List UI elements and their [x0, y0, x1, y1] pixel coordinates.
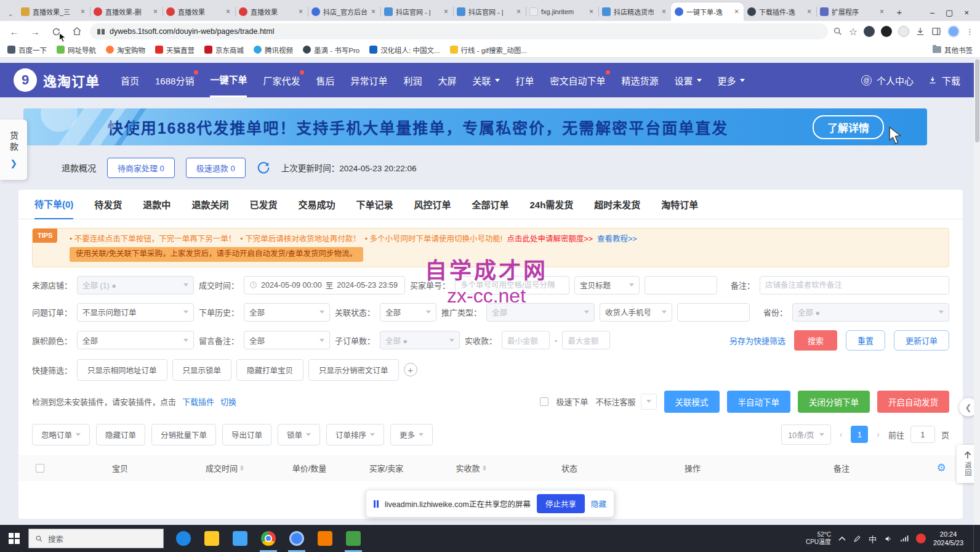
bookmark-item[interactable]: 天猫直营: [155, 45, 195, 55]
browser-tab[interactable]: 抖店_官方后台×: [308, 2, 380, 21]
tab-pending-order[interactable]: 待下单(0): [34, 190, 73, 219]
tab-order-history[interactable]: 下单记录: [356, 190, 393, 219]
message-remark-select[interactable]: 全部: [244, 331, 330, 349]
new-tab-button[interactable]: +: [891, 4, 907, 20]
quick-filter-hide-printed[interactable]: 隐藏打单宝贝: [236, 359, 303, 381]
order-sort-button[interactable]: 订单排序: [326, 424, 384, 445]
flag-color-select[interactable]: 全部: [77, 331, 194, 349]
tab-close-icon[interactable]: ×: [588, 7, 595, 16]
nav-item-onekey-order[interactable]: 一键下单: [210, 63, 247, 97]
bookmark-item[interactable]: 百度一下: [7, 45, 47, 55]
title-input[interactable]: [650, 281, 712, 290]
export-orders-button[interactable]: 导出订单: [222, 424, 271, 445]
bookmark-star-icon[interactable]: ☆: [849, 26, 857, 38]
browser-tab[interactable]: 下载插件-逸×: [744, 2, 816, 21]
tampermonkey-extension-icon[interactable]: [864, 26, 875, 37]
download-icon[interactable]: [915, 26, 925, 36]
tab-overdue-unshipped[interactable]: 超时未发货: [594, 190, 640, 219]
tab-shipped[interactable]: 已发货: [249, 190, 277, 219]
side-panel-icon[interactable]: [931, 26, 941, 36]
browser-tab[interactable]: 抖店官网 - |×: [380, 2, 453, 21]
remark-input[interactable]: [765, 281, 944, 290]
nav-item-settings[interactable]: 设置: [675, 64, 702, 97]
lock-order-button[interactable]: 锁单: [278, 424, 320, 445]
tab-24h-ship[interactable]: 24h需发货: [529, 190, 573, 219]
browser-tab[interactable]: 直播效果×: [163, 2, 235, 21]
brand[interactable]: 9 逸淘订单: [14, 68, 100, 92]
current-page[interactable]: 1: [851, 426, 868, 443]
buyer-order-input[interactable]: [460, 281, 564, 290]
ignore-order-button[interactable]: 忽略订单: [32, 424, 90, 445]
quick-filter-cipher-only[interactable]: 只显示分销密文订单: [308, 359, 399, 381]
taskbar-app-chrome[interactable]: [256, 525, 281, 552]
bookmark-item[interactable]: 淘宝购物: [106, 45, 145, 55]
notification-badge-icon[interactable]: [916, 534, 926, 543]
banner-cta-button[interactable]: 了解详情: [813, 115, 884, 139]
volume-icon[interactable]: [884, 535, 893, 543]
tab-close-icon[interactable]: ×: [370, 7, 377, 16]
extensions-puzzle-icon[interactable]: [898, 26, 909, 37]
receiver-phone-select[interactable]: 收货人手机号: [600, 303, 672, 322]
tab-close-icon[interactable]: ×: [878, 7, 885, 16]
goto-page-input[interactable]: 1: [910, 426, 935, 443]
home-icon[interactable]: [69, 23, 85, 39]
forward-icon[interactable]: →: [27, 23, 43, 39]
site-info-icon[interactable]: [97, 29, 105, 34]
nav-item-profit[interactable]: 利润: [403, 64, 422, 97]
hide-order-button[interactable]: 隐藏订单: [96, 424, 145, 445]
select-all-checkbox[interactable]: [36, 464, 44, 473]
auto-ship-button[interactable]: 开启自动发货: [877, 391, 949, 413]
taskbar-search[interactable]: 搜索: [28, 529, 164, 548]
taskbar-app-tim[interactable]: [171, 525, 196, 552]
back-icon[interactable]: ←: [6, 23, 22, 39]
stop-sharing-button[interactable]: 停止共享: [537, 494, 585, 513]
tab-close-icon[interactable]: ×: [297, 7, 304, 16]
browser-tab[interactable]: 抖店精选货市×: [598, 2, 671, 21]
bookmark-item[interactable]: 汉化组人: 中国文...: [369, 45, 440, 55]
service-mark-select[interactable]: 不标注客服: [595, 394, 656, 410]
bookmark-item[interactable]: 墨滴 - 书写Pro: [303, 45, 359, 55]
max-amount-input[interactable]: 最大金额: [562, 331, 610, 349]
tab-trade-success[interactable]: 交易成功: [298, 190, 335, 219]
tab-close-icon[interactable]: ×: [225, 7, 231, 16]
other-bookmarks[interactable]: 其他书签: [933, 45, 973, 55]
source-shop-select[interactable]: 全部 (1) ●: [77, 276, 194, 294]
close-icon[interactable]: ×: [964, 8, 969, 17]
nav-item-1688-fenxiao[interactable]: 1688分销: [155, 64, 194, 97]
express-order-checkbox[interactable]: [540, 397, 548, 406]
tab-close-icon[interactable]: ×: [79, 7, 86, 16]
scrollbar-thumb[interactable]: [975, 59, 979, 142]
more-button[interactable]: 更多: [390, 424, 433, 445]
tab-search-icon[interactable]: ⌄: [4, 6, 17, 21]
menu-dots-icon[interactable]: ⋮: [966, 27, 974, 36]
suborder-count-select[interactable]: 全部 ●: [380, 331, 460, 349]
pending-merchant-button[interactable]: 待商家处理 0: [107, 158, 175, 178]
tab-close-icon[interactable]: ×: [806, 7, 813, 16]
apply-decrypt-link[interactable]: 点击此处申请解密额度>>: [507, 235, 593, 243]
prev-page-icon[interactable]: ‹: [837, 429, 845, 439]
taskbar-app-wps[interactable]: [313, 525, 337, 552]
tab-close-icon[interactable]: ×: [152, 7, 159, 16]
semi-auto-order-button[interactable]: 半自动下单: [727, 391, 791, 413]
tab-refund-closed[interactable]: 退款关闭: [191, 190, 228, 219]
zoom-icon[interactable]: [833, 26, 843, 36]
deal-time-range[interactable]: 2024-05-09 00:00 至 2024-05-23 23:59: [244, 276, 405, 294]
nav-item-selected-supply[interactable]: 精选货源: [622, 64, 659, 97]
download-client[interactable]: 下载: [928, 64, 960, 97]
col-paid[interactable]: 实收款: [425, 462, 517, 474]
bookmark-item[interactable]: 行线 - gif搜索_动图...: [450, 45, 527, 55]
close-distribution-button[interactable]: 关闭分销下单: [798, 391, 870, 413]
nav-item-aftersale[interactable]: 售后: [316, 64, 334, 97]
col-deal-time[interactable]: 成交时间: [179, 462, 271, 474]
taskbar-app-store[interactable]: [228, 525, 252, 552]
hide-share-link[interactable]: 隐藏: [591, 498, 606, 509]
bookmark-item[interactable]: 京东商城: [204, 45, 244, 55]
tab-refunding[interactable]: 退款中: [143, 190, 171, 219]
switch-link[interactable]: 切换: [220, 396, 236, 407]
nav-item-bigscreen[interactable]: 大屏: [438, 64, 456, 97]
start-button[interactable]: [0, 525, 28, 552]
column-settings-gear-icon[interactable]: ⚙: [936, 461, 946, 474]
browser-tab[interactable]: 抖店官网 - |×: [453, 2, 526, 21]
taskbar-app-wechat[interactable]: [341, 525, 366, 552]
taskbar-app-explorer[interactable]: [199, 525, 224, 552]
